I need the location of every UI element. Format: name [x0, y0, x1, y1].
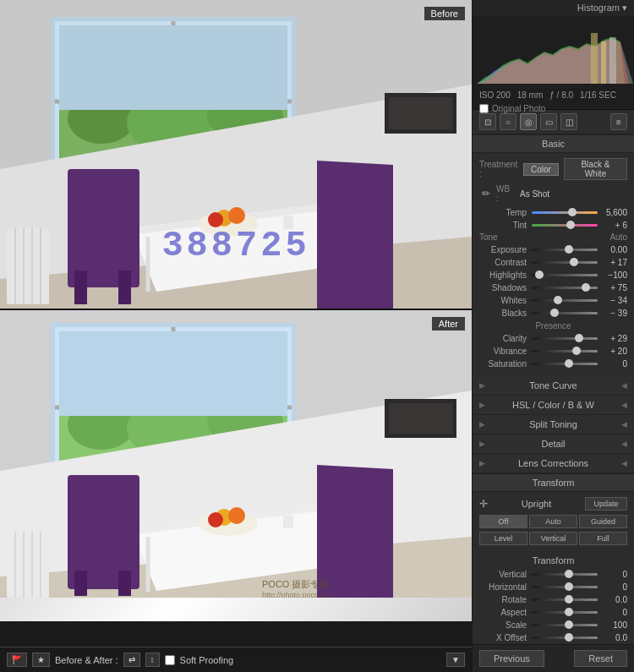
contrast-value: + 17: [598, 258, 627, 267]
blacks-value: − 39: [598, 309, 627, 318]
highlights-thumb[interactable]: [535, 270, 544, 279]
highlights-label: Highlights: [479, 270, 532, 280]
wb-label: WB :: [496, 184, 513, 203]
temp-track: [532, 211, 598, 214]
before-photo: Before 388725: [0, 0, 472, 309]
saturation-slider: [532, 358, 598, 369]
clarity-slider: [532, 333, 598, 343]
upright-buttons-row1: Off Auto Guided: [479, 515, 627, 528]
upright-guided-btn[interactable]: Guided: [579, 515, 627, 528]
upright-auto-btn[interactable]: Auto: [529, 515, 577, 528]
aspect-thumb[interactable]: [565, 608, 573, 616]
original-photo-row: Original Photo: [473, 102, 634, 115]
filmstrip-toggle[interactable]: ▼: [446, 653, 465, 667]
bw-treatment-btn[interactable]: Black & White: [564, 158, 627, 180]
split-toning-section[interactable]: ▶ Split Toning ◀: [473, 415, 634, 434]
svg-rect-67: [283, 516, 293, 528]
redeye-tool[interactable]: ◎: [520, 113, 537, 130]
hsl-section[interactable]: ▶ HSL / Color / B & W ◀: [473, 396, 634, 415]
blacks-slider: [532, 308, 598, 318]
scrollable-panel[interactable]: Basic Treatment : Color Black & White ✏ …: [473, 134, 634, 644]
basic-section-header[interactable]: Basic: [473, 134, 634, 153]
aspect-row: Aspect 0: [479, 607, 627, 617]
xoffset-slider: [532, 632, 598, 642]
settings-tool[interactable]: ≡: [610, 113, 627, 130]
whites-slider: [532, 295, 598, 305]
tint-slider-container: [532, 220, 598, 230]
original-photo-checkbox[interactable]: [479, 104, 489, 113]
clarity-thumb[interactable]: [575, 334, 583, 342]
aperture-info: ƒ / 8.0: [549, 90, 573, 100]
focal-info: 18 mm: [517, 90, 544, 100]
basic-title: Basic: [542, 139, 565, 149]
vibrance-thumb[interactable]: [572, 347, 581, 355]
crop-tool[interactable]: ⊡: [479, 113, 496, 130]
shadows-thumb[interactable]: [582, 283, 590, 292]
soft-proofing-checkbox[interactable]: [165, 655, 175, 665]
basic-section-content: Treatment : Color Black & White ✏ WB : A…: [473, 153, 634, 376]
after-photo: POCO 摄影专题 http://photo.poco.cn/ After: [0, 309, 472, 621]
upright-off-btn[interactable]: Off: [479, 515, 527, 528]
previous-btn[interactable]: Previous: [479, 650, 544, 667]
exposure-thumb[interactable]: [565, 245, 573, 254]
vibrance-label: Vibrance: [479, 347, 532, 356]
upright-vertical-btn[interactable]: Vertical: [529, 532, 577, 545]
rotate-slider: [532, 594, 598, 604]
update-btn[interactable]: Update: [585, 497, 627, 511]
prev-reset-row: Previous Reset: [473, 644, 634, 672]
shadows-value: + 75: [598, 283, 627, 292]
saturation-thumb[interactable]: [565, 359, 573, 368]
svg-rect-68: [591, 33, 598, 84]
xoffset-thumb[interactable]: [565, 633, 573, 642]
tint-thumb[interactable]: [566, 221, 575, 229]
svg-rect-64: [389, 403, 452, 434]
wb-value: As Shot: [520, 189, 549, 199]
svg-rect-69: [601, 41, 606, 84]
temp-slider-container: [532, 207, 598, 217]
upright-level-btn[interactable]: Level: [479, 532, 527, 545]
horizontal-thumb[interactable]: [565, 582, 573, 591]
exposure-label: Exposure: [479, 245, 532, 254]
whites-thumb[interactable]: [554, 296, 562, 304]
swap-btn[interactable]: ↕: [145, 653, 160, 667]
vertical-thumb[interactable]: [565, 570, 573, 578]
reset-btn[interactable]: Reset: [574, 650, 627, 667]
gradient-tool[interactable]: ▭: [540, 113, 557, 130]
tone-auto[interactable]: Auto: [609, 232, 627, 242]
eyedropper-btn[interactable]: ✏: [479, 187, 493, 200]
rotate-value: 0.0: [598, 595, 627, 604]
lens-right-arrow: ◀: [621, 459, 627, 467]
flag-button[interactable]: 🚩: [7, 653, 27, 667]
svg-marker-53: [317, 465, 393, 598]
right-panel: Histogram ▾ ISO 200 18 mm ƒ / 8.0: [472, 0, 634, 672]
temp-thumb[interactable]: [568, 208, 577, 216]
color-treatment-btn[interactable]: Color: [523, 163, 559, 176]
split-toning-right-arrow: ◀: [621, 420, 627, 429]
horizontal-row: Horizontal 0: [479, 582, 627, 592]
spot-removal-tool[interactable]: ○: [500, 113, 516, 130]
tone-row: Tone Auto: [479, 232, 627, 242]
tint-track: [532, 224, 598, 227]
transform-title: Transform: [533, 478, 575, 488]
hsl-right-arrow: ◀: [621, 401, 627, 409]
before-after-toggle-btn[interactable]: ⇄: [123, 653, 140, 667]
vibrance-row: Vibrance + 20: [479, 346, 627, 356]
svg-rect-10: [59, 25, 287, 110]
upright-full-btn[interactable]: Full: [579, 532, 627, 545]
tone-curve-section[interactable]: ▶ Tone Curve ◀: [473, 376, 634, 396]
transform-section-header[interactable]: Transform: [473, 473, 634, 492]
tint-label: Tint: [479, 221, 532, 230]
highlights-track: [532, 274, 598, 276]
rotate-thumb[interactable]: [565, 595, 573, 604]
detail-label: Detail: [541, 439, 565, 449]
lens-corrections-section[interactable]: ▶ Lens Corrections ◀: [473, 454, 634, 473]
detail-section[interactable]: ▶ Detail ◀: [473, 434, 634, 454]
scale-value: 100: [598, 620, 627, 630]
star-button[interactable]: ★: [32, 653, 50, 667]
temp-value: 5,600: [598, 208, 627, 217]
scale-thumb[interactable]: [565, 620, 573, 629]
radial-tool[interactable]: ◫: [560, 113, 577, 130]
aspect-label: Aspect: [479, 608, 532, 617]
contrast-thumb[interactable]: [570, 258, 578, 266]
blacks-thumb[interactable]: [550, 309, 559, 317]
